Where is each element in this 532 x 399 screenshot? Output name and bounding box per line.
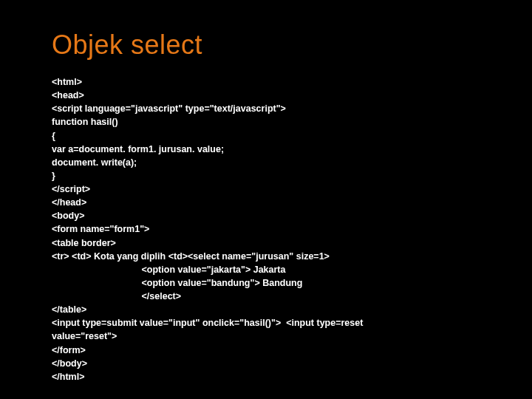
- slide-container: Objek select <html> <head> <script langu…: [0, 0, 532, 399]
- code-block: <html> <head> <script language="javascri…: [52, 75, 480, 383]
- slide-title: Objek select: [52, 30, 480, 61]
